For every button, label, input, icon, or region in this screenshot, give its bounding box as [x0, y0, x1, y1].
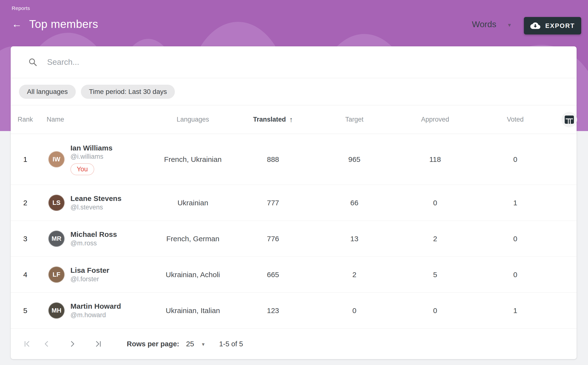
previous-page-button[interactable] [41, 339, 52, 349]
table-row[interactable]: 5 MH Martin Howard @m.howard Ukrainian, … [11, 293, 577, 329]
rank-value: 3 [11, 235, 40, 243]
approved-value: 2 [402, 235, 469, 243]
translated-value: 888 [239, 155, 307, 164]
member-info: Leane Stevens @l.stevens [70, 194, 121, 212]
member-name: Martin Howard [70, 302, 121, 311]
filter-chips-row: All languages Time period: Last 30 days [11, 78, 577, 105]
column-header-languages[interactable]: Languages [147, 116, 239, 123]
table-row[interactable]: 3 MR Michael Ross @m.ross French, German… [11, 221, 577, 257]
member-name: Ian Williams [70, 143, 112, 153]
avatar: LF [48, 266, 65, 283]
approved-value: 0 [402, 199, 469, 207]
search-bar [11, 46, 577, 78]
target-value: 66 [307, 199, 402, 207]
rank-value: 4 [11, 271, 40, 279]
column-header-translated-label: Translated [253, 116, 286, 123]
first-page-button[interactable] [22, 339, 33, 349]
member-name: Lisa Foster [70, 266, 109, 275]
rows-per-page-label: Rows per page: [127, 340, 179, 348]
filter-chip-time-period[interactable]: Time period: Last 30 days [81, 85, 175, 99]
member-cell: MR Michael Ross @m.ross [40, 230, 147, 248]
export-button-label: EXPORT [545, 22, 575, 30]
first-page-icon [23, 340, 31, 348]
cloud-download-icon [530, 22, 540, 29]
member-info: Martin Howard @m.howard [70, 302, 121, 319]
search-input[interactable] [47, 58, 562, 67]
approved-value: 118 [402, 155, 469, 164]
rank-value: 1 [11, 155, 40, 164]
languages-value: French, German [147, 235, 239, 243]
member-cell: LF Lisa Foster @l.forster [40, 266, 147, 283]
rows-per-page-value: 25 [186, 340, 194, 348]
member-username: @m.howard [70, 311, 121, 319]
avatar: IW [48, 151, 65, 167]
member-name: Michael Ross [70, 230, 117, 239]
target-value: 2 [307, 271, 402, 279]
member-username: @m.ross [70, 239, 117, 248]
languages-value: Ukrainian, Acholi [147, 271, 239, 279]
pagination-bar: Rows per page: 25 ▾ 1-5 of 5 [11, 329, 577, 359]
member-cell: LS Leane Stevens @l.stevens [40, 194, 147, 212]
voted-value: 0 [469, 155, 562, 164]
translated-value: 777 [239, 199, 307, 207]
member-username: @l.forster [70, 275, 109, 283]
rows-per-page-dropdown[interactable]: 25 ▾ [186, 340, 205, 348]
member-info: Michael Ross @m.ross [70, 230, 117, 248]
last-page-icon [94, 340, 102, 348]
approved-value: 5 [402, 271, 469, 279]
target-value: 965 [307, 155, 402, 164]
member-cell: MH Martin Howard @m.howard [40, 302, 147, 319]
title-row: ← Top members [11, 17, 98, 31]
last-page-button[interactable] [93, 339, 103, 349]
rank-value: 2 [11, 199, 40, 207]
table-header-row: Rank Name Languages Translated ↑ Target … [11, 105, 577, 134]
translated-value: 776 [239, 235, 307, 243]
translated-value: 123 [239, 307, 307, 315]
table-row[interactable]: 1 IW Ian Williams @i.williams You French… [11, 134, 577, 185]
member-info: Lisa Foster @l.forster [70, 266, 109, 283]
report-card: All languages Time period: Last 30 days … [11, 46, 577, 359]
next-page-button[interactable] [67, 339, 78, 349]
voted-value: 1 [469, 307, 562, 315]
breadcrumb[interactable]: Reports [12, 5, 30, 11]
export-button[interactable]: EXPORT [524, 17, 581, 34]
column-header-translated[interactable]: Translated ↑ [239, 116, 307, 124]
voted-value: 1 [469, 199, 562, 207]
column-header-name[interactable]: Name [40, 116, 147, 123]
table-row[interactable]: 4 LF Lisa Foster @l.forster Ukrainian, A… [11, 257, 577, 293]
target-value: 13 [307, 235, 402, 243]
avatar: MR [48, 231, 65, 247]
approved-value: 0 [402, 307, 469, 315]
column-header-voted[interactable]: Voted [469, 116, 562, 123]
report-unit-dropdown[interactable]: Words ▾ [472, 19, 511, 29]
languages-value: French, Ukrainian [147, 155, 239, 164]
page-title: Top members [29, 17, 98, 31]
languages-value: Ukrainian [147, 199, 239, 207]
rank-value: 5 [11, 307, 40, 315]
chevron-down-icon: ▾ [508, 21, 511, 28]
translated-value: 665 [239, 271, 307, 279]
table-columns-icon [565, 116, 574, 124]
chevron-right-icon [68, 340, 77, 348]
member-info: Ian Williams @i.williams You [70, 143, 112, 175]
member-name: Leane Stevens [70, 194, 121, 203]
chevron-down-icon: ▾ [202, 340, 205, 348]
report-unit-value: Words [472, 19, 496, 29]
avatar: MH [48, 302, 65, 319]
member-username: @l.stevens [70, 203, 121, 212]
target-value: 0 [307, 307, 402, 315]
filter-chip-languages[interactable]: All languages [19, 85, 76, 99]
column-header-approved[interactable]: Approved [402, 116, 469, 123]
back-arrow-icon[interactable]: ← [11, 18, 23, 30]
pagination-range: 1-5 of 5 [219, 340, 243, 348]
table-row[interactable]: 2 LS Leane Stevens @l.stevens Ukrainian … [11, 185, 577, 221]
voted-value: 0 [469, 235, 562, 243]
column-settings-button[interactable] [562, 112, 577, 127]
you-badge: You [70, 163, 94, 175]
voted-value: 0 [469, 271, 562, 279]
column-header-rank[interactable]: Rank [11, 116, 40, 123]
column-header-target[interactable]: Target [307, 116, 402, 123]
member-cell: IW Ian Williams @i.williams You [40, 143, 147, 175]
avatar: LS [48, 195, 65, 211]
member-username: @i.williams [70, 152, 112, 161]
